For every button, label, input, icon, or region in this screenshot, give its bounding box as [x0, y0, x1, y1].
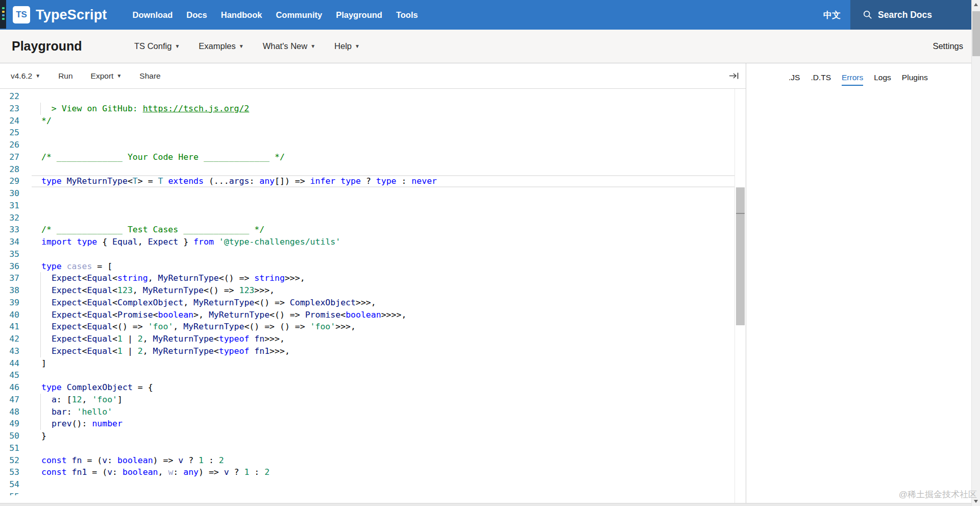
- line-number[interactable]: 53: [0, 466, 19, 478]
- line-number[interactable]: 30: [0, 187, 19, 200]
- tab-d-ts[interactable]: .D.TS: [811, 73, 831, 86]
- code-line[interactable]: 36type cases = [: [0, 260, 734, 273]
- line-number[interactable]: 55: [0, 491, 19, 495]
- line-number[interactable]: 40: [0, 309, 19, 321]
- browser-scrollbar-thumb[interactable]: [972, 11, 980, 56]
- code-line[interactable]: 46type ComplexObject = {: [0, 381, 734, 394]
- code-line[interactable]: 39 Expect<Equal<ComplexObject, MyReturnT…: [0, 297, 734, 309]
- line-number[interactable]: 49: [0, 418, 19, 430]
- code-line[interactable]: 52const fn = (v: boolean) => v ? 1 : 2: [0, 454, 734, 467]
- code-line[interactable]: 27/* _____________ Your Code Here ______…: [0, 151, 734, 163]
- tab-logs[interactable]: Logs: [874, 73, 891, 86]
- nav-link-community[interactable]: Community: [276, 10, 322, 20]
- collapse-sidebar-icon[interactable]: [729, 72, 740, 80]
- line-number[interactable]: 47: [0, 394, 19, 406]
- code-line[interactable]: 26: [0, 139, 734, 151]
- nav-link-handbook[interactable]: Handbook: [221, 10, 262, 20]
- code-editor[interactable]: 2223 > View on GitHub: https://tsch.js.o…: [0, 89, 734, 495]
- line-number[interactable]: 28: [0, 163, 19, 176]
- editor-scrollbar[interactable]: [734, 89, 746, 503]
- code-line[interactable]: 48 bar: 'hello': [0, 406, 734, 418]
- line-number[interactable]: 22: [0, 90, 19, 103]
- code-line[interactable]: 31: [0, 200, 734, 212]
- code-line[interactable]: 40 Expect<Equal<Promise<boolean>, MyRetu…: [0, 309, 734, 321]
- line-number[interactable]: 23: [0, 103, 19, 115]
- code-line[interactable]: 50}: [0, 430, 734, 442]
- code-line[interactable]: 34import type { Equal, Expect } from '@t…: [0, 236, 734, 248]
- line-number[interactable]: 32: [0, 212, 19, 224]
- code-line[interactable]: 30: [0, 187, 734, 200]
- code-line[interactable]: 24*/: [0, 115, 734, 127]
- version-dropdown[interactable]: v4.6.2▼: [11, 71, 40, 81]
- line-number[interactable]: 45: [0, 369, 19, 381]
- code-line[interactable]: 35: [0, 248, 734, 260]
- code-line[interactable]: 47 a: [12, 'foo']: [0, 394, 734, 406]
- code-line[interactable]: 43 Expect<Equal<1 | 2, MyReturnType<type…: [0, 345, 734, 357]
- line-number[interactable]: 34: [0, 236, 19, 248]
- site-title[interactable]: TypeScript: [36, 7, 107, 23]
- line-number[interactable]: 29: [0, 175, 19, 187]
- code-line[interactable]: 28: [0, 163, 734, 176]
- nav-link-docs[interactable]: Docs: [186, 10, 207, 20]
- menu-ts-config[interactable]: TS Config▼: [134, 41, 180, 51]
- code-line[interactable]: 55: [0, 491, 734, 495]
- line-number[interactable]: 25: [0, 127, 19, 139]
- tab-errors[interactable]: Errors: [842, 73, 863, 86]
- code-line[interactable]: 45: [0, 369, 734, 381]
- code-line[interactable]: 41 Expect<Equal<() => 'foo', MyReturnTyp…: [0, 321, 734, 333]
- editor-scrollbar-thumb[interactable]: [736, 187, 745, 325]
- typescript-logo-icon[interactable]: TS: [13, 6, 30, 23]
- line-number[interactable]: 52: [0, 454, 19, 467]
- menu-what-s-new[interactable]: What's New▼: [263, 41, 315, 51]
- menu-help[interactable]: Help▼: [334, 41, 360, 51]
- line-number[interactable]: 44: [0, 357, 19, 370]
- code-line[interactable]: 32: [0, 212, 734, 224]
- nav-link-tools[interactable]: Tools: [396, 10, 418, 20]
- line-number[interactable]: 27: [0, 151, 19, 163]
- line-number[interactable]: 37: [0, 272, 19, 284]
- line-number[interactable]: 33: [0, 224, 19, 236]
- line-number[interactable]: 41: [0, 321, 19, 333]
- share-button[interactable]: Share: [139, 71, 160, 81]
- comment-link[interactable]: https://tsch.js.org/2: [143, 104, 250, 113]
- horizontal-scrollbar[interactable]: [0, 503, 971, 506]
- code-line[interactable]: 33/* _____________ Test Cases __________…: [0, 224, 734, 236]
- line-number[interactable]: 43: [0, 345, 19, 357]
- line-number[interactable]: 31: [0, 200, 19, 212]
- run-button[interactable]: Run: [58, 71, 72, 81]
- code-line[interactable]: 42 Expect<Equal<1 | 2, MyReturnType<type…: [0, 333, 734, 345]
- code-line[interactable]: 37 Expect<Equal<string, MyReturnType<() …: [0, 272, 734, 284]
- line-number[interactable]: 48: [0, 406, 19, 418]
- nav-link-playground[interactable]: Playground: [336, 10, 382, 20]
- line-number[interactable]: 51: [0, 442, 19, 454]
- line-number[interactable]: 26: [0, 139, 19, 151]
- code-line[interactable]: 38 Expect<Equal<123, MyReturnType<() => …: [0, 284, 734, 297]
- line-number[interactable]: 54: [0, 478, 19, 491]
- code-line[interactable]: 54: [0, 478, 734, 491]
- code-line[interactable]: 25: [0, 127, 734, 139]
- line-number[interactable]: 35: [0, 248, 19, 260]
- line-number[interactable]: 50: [0, 430, 19, 442]
- code-line[interactable]: 49 prev(): number: [0, 418, 734, 430]
- code-line-current[interactable]: 29type MyReturnType<T> = T extends (...a…: [0, 175, 734, 187]
- line-number[interactable]: 36: [0, 260, 19, 273]
- code-line[interactable]: 51: [0, 442, 734, 454]
- menu-examples[interactable]: Examples▼: [199, 41, 243, 51]
- code-line[interactable]: 23 > View on GitHub: https://tsch.js.org…: [0, 103, 734, 115]
- search-docs-button[interactable]: Search Docs: [850, 0, 971, 30]
- export-dropdown[interactable]: Export▼: [91, 71, 122, 81]
- browser-scrollbar[interactable]: [971, 0, 980, 506]
- code-line[interactable]: 22: [0, 90, 734, 103]
- tab-js[interactable]: .JS: [789, 73, 800, 86]
- language-switch[interactable]: 中文: [823, 9, 841, 21]
- scroll-up-icon[interactable]: [974, 3, 978, 6]
- code-line[interactable]: 44]: [0, 357, 734, 370]
- tab-plugins[interactable]: Plugins: [902, 73, 928, 86]
- line-number[interactable]: 38: [0, 284, 19, 297]
- line-number[interactable]: 46: [0, 381, 19, 394]
- nav-link-download[interactable]: Download: [133, 10, 173, 20]
- line-number[interactable]: 24: [0, 115, 19, 127]
- line-number[interactable]: 39: [0, 297, 19, 309]
- code-line[interactable]: 53const fn1 = (v: boolean, w: any) => v …: [0, 466, 734, 478]
- settings-button[interactable]: Settings: [933, 41, 963, 51]
